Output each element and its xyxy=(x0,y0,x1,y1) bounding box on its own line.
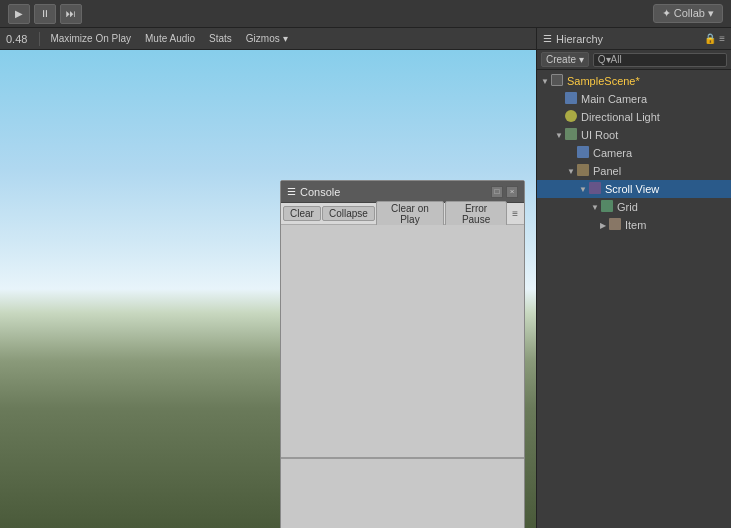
console-title: Console xyxy=(300,186,340,198)
tree-label-item: Item xyxy=(625,219,646,231)
tree-arrow-scrollview: ▼ xyxy=(577,185,589,194)
item-icon xyxy=(609,218,623,232)
console-toolbar: Clear Collapse Clear on Play Error Pause… xyxy=(281,203,524,225)
tree-arrow-uicamera xyxy=(565,149,577,158)
tree-arrow-grid: ▼ xyxy=(589,203,601,212)
tree-label-dirlight: Directional Light xyxy=(581,111,660,123)
camera-icon-main xyxy=(565,92,579,106)
tree-label-samplescene: SampleScene* xyxy=(567,75,640,87)
tree-arrow-item: ▶ xyxy=(597,221,609,230)
canvas-icon xyxy=(565,128,579,142)
console-footer xyxy=(281,459,524,528)
gizmos-btn[interactable]: Gizmos ▾ xyxy=(240,32,294,45)
tree-arrow-uiroot: ▼ xyxy=(553,131,565,140)
tree-arrow-panel: ▼ xyxy=(565,167,577,176)
play-button[interactable]: ▶ xyxy=(8,4,30,24)
hierarchy-title: Hierarchy xyxy=(556,33,603,45)
tree-arrow-samplescene: ▼ xyxy=(539,77,551,86)
hierarchy-search[interactable]: Q▾All xyxy=(593,53,727,67)
tree-item-samplescene[interactable]: ▼ SampleScene* xyxy=(537,72,731,90)
console-body xyxy=(281,225,524,459)
hierarchy-lock-btn[interactable]: 🔒 xyxy=(704,33,716,44)
tree-label-panel: Panel xyxy=(593,165,621,177)
clear-on-play-btn[interactable]: Clear on Play xyxy=(376,201,444,227)
tree-item-scrollview[interactable]: ▼ Scroll View xyxy=(537,180,731,198)
hierarchy-menu-btn[interactable]: ≡ xyxy=(719,33,725,44)
toolbar-separator xyxy=(39,32,40,46)
tree-label-uicamera: Camera xyxy=(593,147,632,159)
light-icon xyxy=(565,110,579,124)
console-window: ☰ Console □ × Clear Collapse Clear on Pl… xyxy=(280,180,525,528)
tree-arrow-maincamera xyxy=(553,95,565,104)
collab-button[interactable]: ✦ Collab ▾ xyxy=(653,4,723,23)
tree-item-item[interactable]: ▶ Item xyxy=(537,216,731,234)
console-titlebar: ☰ Console □ × xyxy=(281,181,524,203)
main-area: 0.48 Maximize On Play Mute Audio Stats G… xyxy=(0,28,731,528)
hierarchy-toolbar: Create ▾ Q▾All xyxy=(537,50,731,70)
search-placeholder: Q▾All xyxy=(598,54,622,65)
mute-audio-btn[interactable]: Mute Audio xyxy=(139,32,201,45)
create-arrow: ▾ xyxy=(579,54,584,65)
tree-item-panel[interactable]: ▼ Panel xyxy=(537,162,731,180)
scroll-icon xyxy=(589,182,603,196)
collapse-btn[interactable]: Collapse xyxy=(322,206,375,221)
console-icon: ☰ xyxy=(287,186,296,197)
tree-item-uicamera[interactable]: Camera xyxy=(537,144,731,162)
scene-content: ☰ Console □ × Clear Collapse Clear on Pl… xyxy=(0,50,536,528)
hierarchy-tree: ▼ SampleScene* Main Camera Directional L… xyxy=(537,70,731,528)
step-button[interactable]: ⏭ xyxy=(60,4,82,24)
grid-icon xyxy=(601,200,615,214)
console-restore-btn[interactable]: □ xyxy=(491,186,503,198)
create-label: Create xyxy=(546,54,576,65)
tree-item-maincamera[interactable]: Main Camera xyxy=(537,90,731,108)
time-display: 0.48 xyxy=(6,33,27,45)
scene-toolbar: 0.48 Maximize On Play Mute Audio Stats G… xyxy=(0,28,536,50)
tree-label-scrollview: Scroll View xyxy=(605,183,659,195)
error-pause-btn[interactable]: Error Pause xyxy=(445,201,507,227)
console-close-btn[interactable]: × xyxy=(506,186,518,198)
scene-icon xyxy=(551,74,565,88)
console-menu-btn[interactable]: ≡ xyxy=(508,207,522,220)
scene-view: 0.48 Maximize On Play Mute Audio Stats G… xyxy=(0,28,536,528)
hierarchy-icon: ☰ xyxy=(543,33,552,44)
tree-label-maincamera: Main Camera xyxy=(581,93,647,105)
create-button[interactable]: Create ▾ xyxy=(541,52,589,67)
pause-button[interactable]: ⏸ xyxy=(34,4,56,24)
tree-item-uiroot[interactable]: ▼ UI Root xyxy=(537,126,731,144)
tree-label-uiroot: UI Root xyxy=(581,129,618,141)
panel-icon xyxy=(577,164,591,178)
camera-icon-ui xyxy=(577,146,591,160)
hierarchy-panel-header: ☰ Hierarchy 🔒 ≡ xyxy=(537,28,731,50)
tree-arrow-dirlight xyxy=(553,113,565,122)
tree-label-grid: Grid xyxy=(617,201,638,213)
console-titlebar-buttons: □ × xyxy=(491,186,518,198)
hierarchy-panel: ☰ Hierarchy 🔒 ≡ Create ▾ Q▾All ▼ SampleS… xyxy=(536,28,731,528)
tree-item-dirlight[interactable]: Directional Light xyxy=(537,108,731,126)
maximize-on-play-btn[interactable]: Maximize On Play xyxy=(44,32,137,45)
hierarchy-header-actions: 🔒 ≡ xyxy=(704,33,725,44)
clear-btn[interactable]: Clear xyxy=(283,206,321,221)
top-toolbar: ▶ ⏸ ⏭ ✦ Collab ▾ xyxy=(0,0,731,28)
tree-item-grid[interactable]: ▼ Grid xyxy=(537,198,731,216)
stats-btn[interactable]: Stats xyxy=(203,32,238,45)
